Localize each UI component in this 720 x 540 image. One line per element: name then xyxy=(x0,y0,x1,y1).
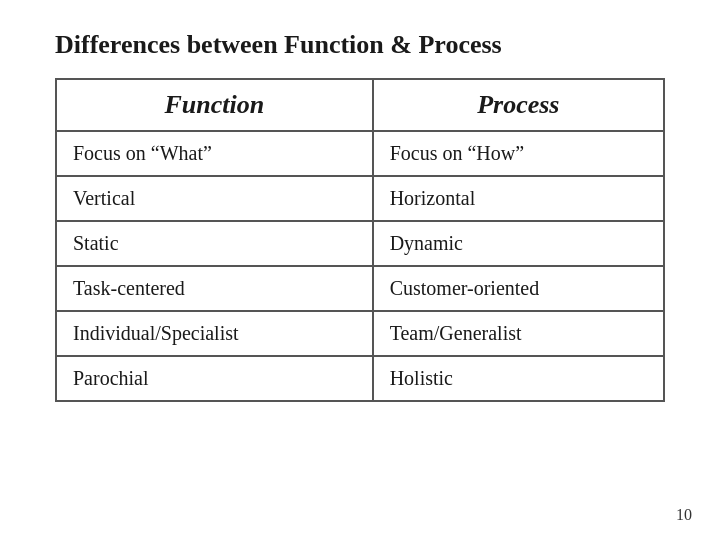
cell-5-0: Parochial xyxy=(56,356,373,401)
page-title: Differences between Function & Process xyxy=(55,30,502,60)
cell-1-0: Vertical xyxy=(56,176,373,221)
cell-0-0: Focus on “What” xyxy=(56,131,373,176)
table-row: Task-centeredCustomer-oriented xyxy=(56,266,664,311)
cell-2-0: Static xyxy=(56,221,373,266)
cell-3-1: Customer-oriented xyxy=(373,266,664,311)
page-number: 10 xyxy=(676,506,692,524)
header-function: Function xyxy=(56,79,373,131)
cell-1-1: Horizontal xyxy=(373,176,664,221)
table-row: Individual/SpecialistTeam/Generalist xyxy=(56,311,664,356)
page-container: Differences between Function & Process F… xyxy=(0,0,720,540)
cell-0-1: Focus on “How” xyxy=(373,131,664,176)
table-row: StaticDynamic xyxy=(56,221,664,266)
table-row: Focus on “What”Focus on “How” xyxy=(56,131,664,176)
cell-4-0: Individual/Specialist xyxy=(56,311,373,356)
table-header-row: Function Process xyxy=(56,79,664,131)
header-process: Process xyxy=(373,79,664,131)
cell-3-0: Task-centered xyxy=(56,266,373,311)
table-row: VerticalHorizontal xyxy=(56,176,664,221)
table-row: ParochialHolistic xyxy=(56,356,664,401)
cell-5-1: Holistic xyxy=(373,356,664,401)
cell-2-1: Dynamic xyxy=(373,221,664,266)
comparison-table: Function Process Focus on “What”Focus on… xyxy=(55,78,665,402)
cell-4-1: Team/Generalist xyxy=(373,311,664,356)
